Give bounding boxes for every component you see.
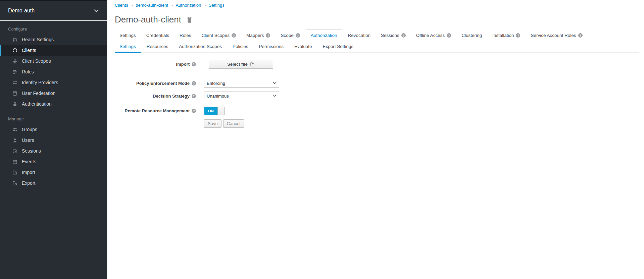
breadcrumb-separator: > — [204, 3, 206, 7]
help-icon[interactable]: ? — [296, 33, 300, 38]
subtab-settings[interactable]: Settings — [115, 41, 141, 53]
subtab-label: Export Settings — [323, 44, 354, 49]
sidebar-item-realm-settings[interactable]: Realm Settings — [0, 34, 107, 45]
sidebar-item-import[interactable]: Import — [0, 167, 107, 178]
decision-strategy-select[interactable]: Unanimous — [204, 92, 279, 100]
breadcrumb-link-settings[interactable]: Settings — [209, 3, 225, 8]
help-icon[interactable]: ? — [266, 33, 270, 38]
sidebar-item-authentication[interactable]: Authentication — [0, 99, 107, 109]
subtab-evaluate[interactable]: Evaluate — [290, 41, 317, 53]
tab-installation[interactable]: Installation? — [488, 30, 525, 41]
subtab-label: Authorization Scopes — [179, 44, 222, 49]
tab-authorization[interactable]: Authorization — [306, 30, 342, 41]
sidebar-item-user-federation[interactable]: User Federation — [0, 88, 107, 99]
sidebar-item-label: Users — [22, 137, 34, 143]
client-tabs: Settings Credentials Roles Client Scopes… — [115, 30, 639, 41]
tab-label: Sessions — [381, 33, 399, 38]
form-row-decision-strategy: Decision Strategy ? Unanimous — [115, 92, 639, 100]
subtab-label: Resources — [147, 44, 168, 49]
help-icon[interactable]: ? — [401, 33, 406, 38]
subtab-label: Policies — [233, 44, 248, 49]
calendar-icon — [12, 159, 18, 164]
import-label: Import — [176, 62, 190, 67]
tab-scope[interactable]: Scope? — [276, 30, 304, 41]
tab-revocation[interactable]: Revocation — [343, 30, 376, 41]
breadcrumb-link-client[interactable]: demo-auth-client — [136, 3, 168, 8]
breadcrumb-link-clients[interactable]: Clients — [115, 3, 128, 8]
sidebar-item-label: Groups — [22, 127, 37, 132]
tab-label: Clustering — [461, 33, 482, 38]
exchange-arrows-icon — [12, 80, 18, 85]
tab-label: Installation — [492, 33, 514, 38]
subtab-label: Permissions — [259, 44, 284, 49]
tab-sessions[interactable]: Sessions? — [376, 30, 410, 41]
subtab-label: Evaluate — [294, 44, 312, 49]
help-icon[interactable]: ? — [516, 33, 520, 38]
help-icon[interactable]: ? — [192, 94, 196, 98]
save-button[interactable]: Save — [204, 119, 221, 128]
page-title-text: Demo-auth-client — [115, 14, 181, 25]
tab-clustering[interactable]: Clustering — [457, 30, 487, 41]
lock-icon — [12, 101, 18, 107]
sidebar-item-label: Identity Providers — [22, 80, 58, 85]
subtab-authorization-scopes[interactable]: Authorization Scopes — [174, 41, 227, 53]
subtab-resources[interactable]: Resources — [142, 41, 173, 53]
tab-credentials[interactable]: Credentials — [142, 30, 174, 41]
help-icon[interactable]: ? — [192, 81, 196, 86]
authorization-settings-form: Import ? Select file Policy Enforcement … — [115, 60, 639, 128]
help-icon[interactable]: ? — [232, 33, 236, 38]
tab-label: Scope — [281, 33, 293, 38]
tab-mappers[interactable]: Mappers? — [242, 30, 275, 41]
tab-service-account-roles[interactable]: Service Account Roles? — [526, 30, 587, 41]
realm-selector[interactable]: Demo-auth — [0, 0, 107, 21]
select-file-label: Select file — [227, 62, 248, 67]
help-icon[interactable]: ? — [578, 33, 583, 38]
subtab-export-settings[interactable]: Export Settings — [318, 41, 358, 53]
sidebar-item-identity-providers[interactable]: Identity Providers — [0, 77, 107, 88]
help-icon[interactable]: ? — [447, 33, 451, 38]
tab-settings[interactable]: Settings — [115, 30, 141, 41]
subtab-permissions[interactable]: Permissions — [254, 41, 288, 53]
decision-strategy-label: Decision Strategy — [153, 94, 190, 99]
sidebar-item-sessions[interactable]: Sessions — [0, 146, 107, 156]
cancel-button[interactable]: Cancel — [223, 119, 244, 128]
help-icon[interactable]: ? — [192, 62, 196, 66]
sliders-icon — [12, 37, 18, 42]
main-content: Clients > demo-auth-client > Authorizati… — [107, 0, 644, 128]
subtab-policies[interactable]: Policies — [228, 41, 253, 53]
remote-resource-management-label-group: Remote Resource Management ? — [115, 108, 196, 113]
sidebar-item-roles[interactable]: Roles — [0, 66, 107, 77]
authorization-subtabs: Settings Resources Authorization Scopes … — [115, 41, 639, 53]
tab-roles[interactable]: Roles — [175, 30, 196, 41]
section-label-manage: Manage — [0, 116, 107, 121]
sidebar-item-events[interactable]: Events — [0, 156, 107, 167]
toggle-handle[interactable] — [217, 107, 225, 115]
tab-label: Authorization — [311, 33, 337, 38]
form-row-remote-resource-management: Remote Resource Management ? ON — [115, 107, 639, 115]
tab-client-scopes[interactable]: Client Scopes? — [197, 30, 241, 41]
delete-client-trash-icon[interactable] — [187, 16, 192, 23]
select-file-button[interactable]: Select file — [209, 60, 273, 69]
sidebar-item-label: Import — [22, 170, 35, 175]
import-icon — [12, 170, 18, 175]
tab-offline-access[interactable]: Offline Access? — [411, 30, 456, 41]
toggle-on-label: ON — [204, 107, 217, 115]
tab-label: Roles — [180, 33, 191, 38]
sidebar-item-export[interactable]: Export — [0, 178, 107, 188]
sidebar-item-groups[interactable]: Groups — [0, 124, 107, 135]
remote-resource-management-label: Remote Resource Management — [125, 108, 190, 113]
tab-label: Client Scopes — [202, 33, 230, 38]
list-bars-icon — [12, 69, 18, 74]
sidebar-item-client-scopes[interactable]: Client Scopes — [0, 56, 107, 66]
sidebar-item-clients[interactable]: Clients — [0, 45, 107, 56]
users-group-icon — [12, 127, 18, 132]
remote-resource-management-toggle[interactable]: ON — [204, 107, 225, 115]
form-actions: Save Cancel — [204, 119, 639, 128]
sidebar-item-label: Client Scopes — [22, 58, 51, 64]
breadcrumb-link-authorization[interactable]: Authorization — [176, 3, 201, 8]
policy-enforcement-mode-label: Policy Enforcement Mode — [136, 81, 190, 86]
clock-icon — [12, 148, 18, 154]
sidebar-item-users[interactable]: Users — [0, 135, 107, 146]
policy-enforcement-mode-select[interactable]: Enforcing — [204, 79, 279, 88]
help-icon[interactable]: ? — [192, 109, 196, 113]
